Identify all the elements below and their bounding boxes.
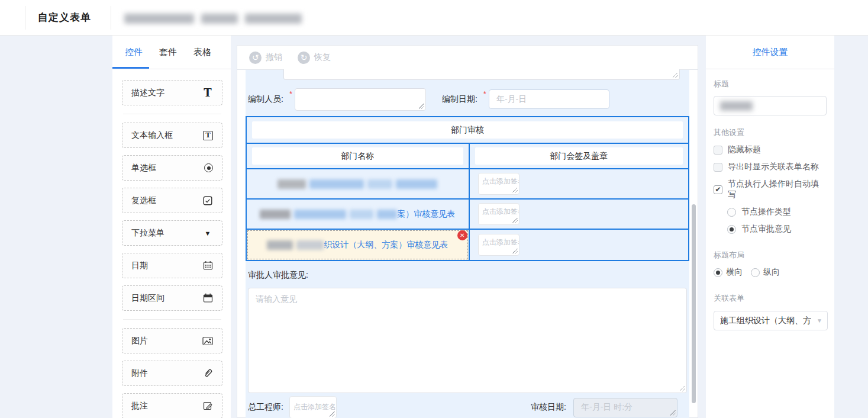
chief-engineer-row: 总工程师: 点击添加签名 审核日期: 年-月-日 时:分	[246, 393, 689, 418]
control-item-annotation[interactable]: 批注	[122, 393, 222, 418]
canvas-scrollbar[interactable]	[692, 204, 696, 403]
selected-value: 施工组织设计（大纲、方	[720, 316, 811, 326]
table-row: 点击添加签名	[247, 169, 688, 200]
radio-row-node-operation-type[interactable]: 节点操作类型	[727, 207, 827, 217]
checkbox-row-show-related-name[interactable]: 导出时显示关联表单名称	[714, 162, 827, 172]
radio-icon	[204, 163, 213, 172]
canvas-toolbar: ↺ 撤销 ↻ 恢复	[237, 46, 698, 70]
settings-panel-title: 控件设置	[706, 36, 834, 69]
textarea-partial[interactable]	[283, 69, 680, 80]
checkbox-icon[interactable]	[714, 163, 722, 172]
radio-row-node-approval-opinion[interactable]: 节点审批意见	[727, 224, 827, 234]
checkbox-checked-icon[interactable]: ✔	[714, 185, 722, 194]
resize-grip-icon[interactable]	[330, 411, 335, 417]
resize-grip-icon[interactable]	[680, 386, 685, 391]
list-divider	[123, 114, 221, 114]
radio-horizontal[interactable]: 横向	[714, 267, 743, 278]
control-item-dropdown[interactable]: 下拉菜单 ▼	[122, 220, 222, 246]
radio-vertical[interactable]: 纵向	[751, 267, 780, 278]
redacted-text	[201, 14, 238, 24]
redacted-text	[260, 210, 397, 219]
compile-date-input[interactable]: 年-月-日	[489, 89, 609, 109]
radio-selected-icon[interactable]	[727, 225, 736, 234]
radio-selected-icon[interactable]	[714, 268, 722, 277]
date-icon	[202, 261, 213, 271]
control-item-text-input[interactable]: 文本输入框 T	[122, 123, 222, 148]
signature-box[interactable]: 点击添加签名	[289, 396, 337, 418]
compiler-label: 编制人员:	[248, 94, 283, 105]
related-form-link-tail: 织设计（大纲、方案）审核意见表	[324, 240, 448, 250]
resize-grip-icon[interactable]	[512, 188, 518, 193]
control-item-checkbox[interactable]: 复选框	[122, 188, 222, 213]
tab-kits[interactable]: 套件	[159, 47, 177, 58]
redacted-text	[245, 14, 302, 24]
selected-related-form-link[interactable]: 织设计（大纲、方案）审核意见表 ✕	[247, 230, 470, 260]
redacted-text	[267, 240, 324, 250]
form-sheet: 编制人员: * 编制日期: * 年-月-日 部门审核 部门名称 部门会签及盖章	[246, 70, 689, 418]
undo-button[interactable]: ↺ 撤销	[249, 52, 282, 64]
redacted-text	[720, 101, 753, 111]
signature-box[interactable]: 点击添加签名	[478, 234, 519, 256]
control-item-description-text[interactable]: 描述文字 T	[122, 80, 222, 105]
related-form-link-tail: 案）审核意见表	[397, 209, 455, 220]
scrolled-row-partial	[246, 70, 689, 82]
resize-grip-icon[interactable]	[673, 73, 678, 78]
table-title-row[interactable]: 部门审核	[247, 117, 688, 144]
compiler-row: 编制人员: * 编制日期: * 年-月-日	[246, 82, 689, 116]
column-header-dept-name[interactable]: 部门名称	[247, 144, 470, 168]
resize-grip-icon[interactable]	[419, 104, 424, 109]
radio-icon[interactable]	[751, 268, 760, 277]
document-title-redacted	[124, 14, 302, 24]
related-form-label: 关联表单	[714, 293, 827, 304]
header-divider	[25, 6, 25, 30]
control-item-date-range[interactable]: 日期区间	[122, 285, 222, 311]
table-header-row: 部门名称 部门会签及盖章	[247, 144, 688, 169]
tab-tables[interactable]: 表格	[193, 47, 211, 58]
tab-controls[interactable]: 控件	[125, 47, 143, 58]
column-header-dept-seal[interactable]: 部门会签及盖章	[470, 144, 688, 168]
required-asterisk: *	[483, 89, 486, 98]
signature-box[interactable]: 点击添加签名	[478, 203, 519, 225]
review-date-input[interactable]: 年-月-日 时:分	[573, 398, 677, 417]
header-divider	[111, 6, 111, 30]
compiler-input[interactable]	[295, 88, 426, 111]
annotation-icon	[202, 401, 213, 411]
redo-button[interactable]: ↻ 恢复	[298, 52, 331, 64]
date-range-icon	[202, 293, 213, 304]
related-form-link-redacted[interactable]	[247, 169, 470, 198]
redacted-text	[277, 179, 437, 189]
radio-icon[interactable]	[727, 208, 736, 217]
signature-box[interactable]: 点击添加签名	[478, 173, 519, 195]
text-input-icon: T	[203, 131, 213, 140]
related-form-select[interactable]: 施工组织设计（大纲、方 ▼	[714, 311, 828, 330]
checkbox-icon[interactable]	[714, 146, 722, 155]
resize-grip-icon[interactable]	[512, 249, 518, 254]
compile-date-label: 编制日期:	[442, 94, 477, 105]
chevron-down-icon: ▼	[817, 317, 822, 324]
opinion-row: 审批人审批意见: 请输入意见	[246, 261, 689, 393]
checkbox-row-autofill[interactable]: ✔ 节点执行人操作时自动填写	[714, 179, 827, 200]
list-divider	[123, 319, 221, 320]
form-canvas: ↺ 撤销 ↻ 恢复 编制人员: * 编制日期: * 年-月-日	[237, 45, 698, 418]
opinion-textarea[interactable]: 请输入意见	[248, 288, 687, 393]
control-item-date[interactable]: 日期	[122, 253, 222, 278]
delete-icon[interactable]: ✕	[457, 230, 467, 240]
control-item-attachment[interactable]: 附件	[122, 361, 222, 386]
required-asterisk: *	[289, 89, 292, 98]
control-item-image[interactable]: 图片	[122, 328, 222, 353]
related-form-link-redacted[interactable]: 案）审核意见表	[247, 200, 470, 229]
resize-grip-icon[interactable]	[512, 218, 518, 223]
title-input[interactable]	[714, 96, 827, 115]
title-section-label: 标题	[714, 79, 827, 89]
table-row: 案）审核意见表 点击添加签名	[247, 200, 688, 230]
panel-tabs: 控件 套件 表格	[112, 36, 231, 69]
checkbox-row-hide-title[interactable]: 隐藏标题	[714, 144, 827, 155]
department-review-table: 部门审核 部门名称 部门会签及盖章	[246, 116, 689, 261]
header: 自定义表单	[0, 0, 868, 36]
resize-grip-icon[interactable]	[670, 410, 676, 416]
controls-panel: 控件 套件 表格 描述文字 T 文本输入框 T 单选框 复选框	[112, 36, 231, 418]
control-list: 描述文字 T 文本输入框 T 单选框 复选框 下拉菜单 ▼	[112, 69, 231, 418]
opinion-label: 审批人审批意见:	[248, 270, 687, 281]
image-icon	[202, 336, 213, 346]
control-item-radio[interactable]: 单选框	[122, 155, 222, 181]
